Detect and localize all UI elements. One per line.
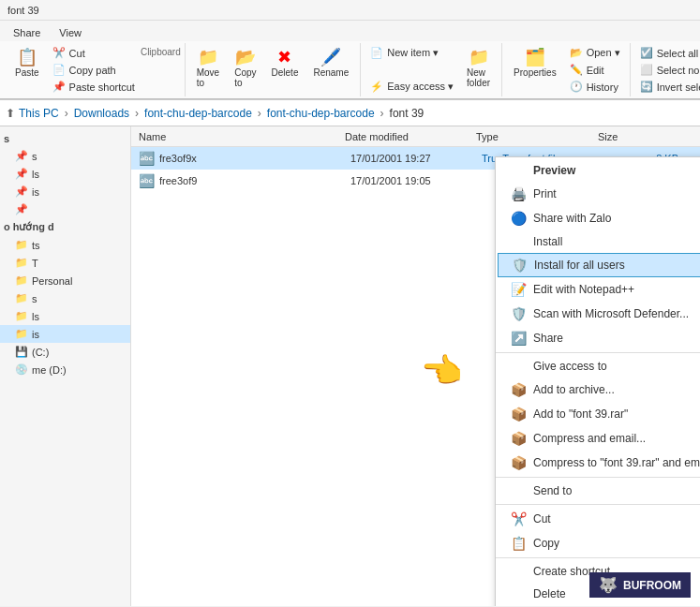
main-area: s 📌s 📌ls 📌is 📌 o hướng d 📁ts 📁T 📁Persona… [0, 126, 700, 606]
clipboard-label: Clipboard [141, 47, 181, 95]
new-item-icon: 📄 [370, 47, 383, 59]
sidebar-item-3[interactable]: 📌 [0, 200, 130, 218]
cm-send-to[interactable]: Send to › [496, 480, 700, 502]
breadcrumb-item-dir2[interactable]: font-chu-dep-barcode [267, 107, 375, 120]
col-header-size[interactable]: Size [598, 131, 673, 142]
breadcrumb-item-thispc[interactable]: This PC [19, 107, 59, 120]
cm-give-access[interactable]: Give access to › [496, 355, 700, 378]
file-icon-1: 🔤 [139, 173, 154, 188]
rename-button[interactable]: 🖊️ Rename [305, 45, 356, 95]
file-name-0: fre3of9x [159, 153, 350, 164]
notepad-icon: 📝 [511, 282, 526, 297]
sidebar-item-d[interactable]: 💿me (D:) [0, 361, 130, 378]
cm-share-zalo[interactable]: 🔵 Share with Zalo [496, 206, 700, 230]
history-label: History [587, 81, 618, 93]
open-inner: 📂 Open ▾ ✏️ Edit 🕐 History [564, 45, 626, 95]
select-all-button[interactable]: ☑️ Select all [634, 45, 700, 61]
sidebar-item-is[interactable]: 📁is [0, 325, 130, 343]
properties-button[interactable]: 🗂️ Properties [506, 45, 564, 95]
file-icon-0: 🔤 [139, 151, 154, 166]
cm-cut[interactable]: ✂️ Cut [496, 507, 700, 531]
col-header-name[interactable]: Name [139, 131, 345, 142]
sidebar-item-1[interactable]: 📌ls [0, 165, 130, 183]
watermark-text: BUFROOM [623, 579, 681, 592]
edit-button[interactable]: ✏️ Edit [564, 62, 626, 78]
select-inner: ☑️ Select all ⬜ Select none 🔄 Invert sel… [634, 45, 700, 95]
cm-scan-defender[interactable]: 🛡️ Scan with Microsoft Defender... [496, 302, 700, 326]
new-folder-icon: 📁 [469, 49, 489, 66]
paste-shortcut-label: Paste shortcut [69, 81, 135, 93]
new-folder-label: New folder [467, 67, 490, 88]
sidebar-item-0[interactable]: 📌s [0, 147, 130, 165]
col-header-date[interactable]: Date modified [345, 131, 476, 142]
cm-sep-1 [496, 352, 700, 353]
cm-share[interactable]: ↗️ Share [496, 326, 700, 350]
sidebar-item-c[interactable]: 💾(C:) [0, 343, 130, 361]
cut-button[interactable]: ✂️ Cut [47, 45, 141, 61]
cm-add-archive[interactable]: 📦 Add to archive... [496, 378, 700, 402]
copy-path-button[interactable]: 📄 Copy path [47, 62, 141, 78]
sidebar-item-ts[interactable]: 📁ts [0, 236, 130, 254]
watermark: 🐺 BUFROOM [589, 572, 691, 598]
open-label: Open ▾ [587, 47, 620, 59]
edit-icon: ✏️ [570, 64, 583, 76]
context-menu: Preview 🖨️ Print 🔵 Share with Zalo Insta… [495, 156, 700, 606]
file-list-header: Name Date modified Type Size [131, 126, 700, 147]
cm-install-all-users[interactable]: 🛡️ Install for all users [498, 253, 700, 277]
archive-icon: 📦 [511, 382, 526, 397]
copy-cm-icon: 📋 [511, 536, 526, 551]
move-to-button[interactable]: 📁 Move to [189, 45, 227, 95]
col-header-type[interactable]: Type [476, 131, 598, 142]
history-button[interactable]: 🕐 History [564, 79, 626, 95]
cut-cm-icon: ✂️ [511, 511, 526, 526]
sidebar: s 📌s 📌ls 📌is 📌 o hướng d 📁ts 📁T 📁Persona… [0, 126, 131, 606]
tab-share[interactable]: Share [4, 24, 50, 41]
properties-label: Properties [514, 67, 557, 78]
sidebar-item-t[interactable]: 📁T [0, 254, 130, 272]
delete-button[interactable]: ✖ Delete [264, 45, 306, 95]
copy-icon: 📂 [235, 49, 256, 66]
new-item-button[interactable]: 📄 New item ▾ [365, 45, 459, 61]
sidebar-item-personal[interactable]: 📁Personal [0, 272, 130, 289]
breadcrumb-chevron: ⬆ [6, 107, 15, 120]
cm-rename[interactable]: Rename [496, 605, 700, 606]
breadcrumb-item-downloads[interactable]: Downloads [74, 107, 129, 120]
ribbon: Share View 📋 Paste ✂️ Cut 📄 Copy path 📌 [0, 21, 700, 100]
breadcrumb-item-dir1[interactable]: font-chu-dep-barcode [144, 107, 252, 120]
clipboard-inner: ✂️ Cut 📄 Copy path 📌 Paste shortcut [47, 45, 141, 95]
hand-cursor: 👉 [422, 351, 464, 391]
organize-section: 📁 Move to 📂 Copy to ✖ Delete 🖊️ Rename [186, 43, 362, 96]
invert-selection-button[interactable]: 🔄 Invert selection [634, 79, 700, 95]
cm-edit-notepad[interactable]: 📝 Edit with Notepad++ [496, 277, 700, 302]
tab-view[interactable]: View [50, 24, 91, 41]
compress-rar-icon: 📦 [511, 455, 526, 470]
cm-copy[interactable]: 📋 Copy [496, 531, 700, 555]
easy-access-button[interactable]: ⚡ Easy access ▾ [365, 79, 459, 95]
sidebar-item-s2[interactable]: 📁s [0, 289, 130, 307]
copy-to-button[interactable]: 📂 Copy to [227, 45, 263, 95]
open-button[interactable]: 📂 Open ▾ [564, 45, 626, 61]
file-date-1: 17/01/2001 19:05 [350, 175, 482, 186]
cm-add-rar[interactable]: 📦 Add to "font 39.rar" [496, 402, 700, 426]
paste-button[interactable]: 📋 Paste [7, 45, 47, 95]
cm-compress-rar-email[interactable]: 📦 Compress to "font 39.rar" and email [496, 451, 700, 475]
select-section: ☑️ Select all ⬜ Select none 🔄 Invert sel… [631, 43, 700, 96]
sidebar-item-ls[interactable]: 📁ls [0, 307, 130, 325]
select-none-button[interactable]: ⬜ Select none [634, 62, 700, 78]
cm-compress-email[interactable]: 📦 Compress and email... [496, 426, 700, 451]
invert-label: Invert selection [657, 81, 700, 93]
rename-label: Rename [313, 67, 349, 78]
sidebar-item-2[interactable]: 📌is [0, 183, 130, 200]
cm-install[interactable]: Install [496, 230, 700, 253]
file-name-1: free3of9 [159, 175, 350, 186]
breadcrumb-sep-3: › [258, 107, 261, 120]
cm-print[interactable]: 🖨️ Print [496, 182, 700, 206]
paste-shortcut-button[interactable]: 📌 Paste shortcut [47, 79, 141, 95]
new-inner: 📄 New item ▾ ⚡ Easy access ▾ [365, 45, 459, 95]
paste-icon: 📋 [17, 49, 37, 66]
address-bar: ⬆ This PC › Downloads › font-chu-dep-bar… [0, 100, 700, 126]
cm-preview[interactable]: Preview [496, 159, 700, 182]
new-folder-button[interactable]: 📁 New folder [459, 45, 498, 95]
select-none-label: Select none [657, 65, 700, 76]
breadcrumb-item-current[interactable]: font 39 [390, 107, 424, 120]
